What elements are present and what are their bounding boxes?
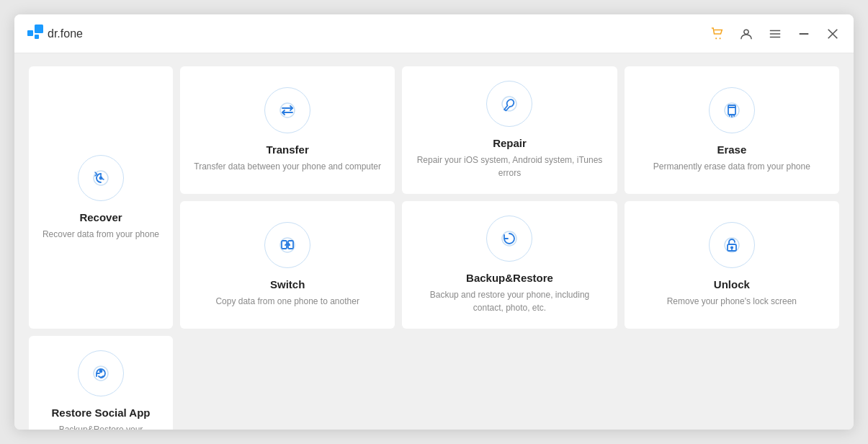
menu-button[interactable] xyxy=(767,26,783,42)
card-restore-social[interactable]: Restore Social App Backup&Restore your W… xyxy=(29,336,173,430)
title-actions xyxy=(710,26,841,42)
erase-icon-circle xyxy=(709,87,755,133)
svg-rect-21 xyxy=(728,105,735,115)
transfer-desc: Transfer data between your phone and com… xyxy=(194,160,381,173)
svg-point-26 xyxy=(280,238,295,252)
card-switch[interactable]: Switch Copy data from one phone to anoth… xyxy=(180,201,395,329)
backup-desc: Backup and restore your phone, including… xyxy=(413,288,605,314)
card-backup[interactable]: Backup&Restore Backup and restore your p… xyxy=(402,201,617,329)
card-erase[interactable]: Erase Permanently erase data from your p… xyxy=(625,66,839,194)
erase-title: Erase xyxy=(717,143,746,156)
logo-area: dr.fone xyxy=(27,25,710,43)
restore-social-icon-circle xyxy=(78,350,124,396)
logo-icon xyxy=(27,25,43,43)
switch-icon-circle xyxy=(264,222,310,268)
svg-point-3 xyxy=(715,37,717,39)
svg-point-16 xyxy=(280,103,295,117)
svg-point-35 xyxy=(100,370,102,373)
svg-point-34 xyxy=(94,366,108,381)
switch-title: Switch xyxy=(270,278,305,290)
recover-title: Recover xyxy=(79,211,122,223)
card-unlock[interactable]: Unlock Remove your phone's lock screen xyxy=(625,201,839,329)
user-button[interactable] xyxy=(738,26,754,42)
title-bar: dr.fone xyxy=(14,14,854,53)
svg-rect-0 xyxy=(27,30,33,36)
backup-icon-circle xyxy=(486,216,532,262)
unlock-icon-circle xyxy=(709,222,755,268)
svg-point-5 xyxy=(744,30,748,34)
unlock-title: Unlock xyxy=(714,278,750,290)
erase-desc: Permanently erase data from your phone xyxy=(653,160,810,173)
close-button[interactable] xyxy=(825,26,841,42)
cards-grid: Recover Recover data from your phone Tra… xyxy=(29,66,839,430)
recover-desc: Recover data from your phone xyxy=(42,228,159,241)
app-window: dr.fone xyxy=(14,14,854,430)
backup-title: Backup&Restore xyxy=(466,272,553,284)
svg-rect-2 xyxy=(35,35,39,39)
switch-desc: Copy data from one phone to another xyxy=(215,295,359,308)
restore-social-title: Restore Social App xyxy=(52,407,151,419)
card-repair[interactable]: Repair Repair your iOS system, Android s… xyxy=(402,66,617,194)
repair-title: Repair xyxy=(493,137,527,149)
card-transfer[interactable]: Transfer Transfer data between your phon… xyxy=(180,66,395,194)
transfer-icon-circle xyxy=(264,87,310,133)
svg-point-4 xyxy=(720,37,721,39)
cart-button[interactable] xyxy=(710,26,725,42)
logo-text: dr.fone xyxy=(48,27,83,40)
restore-social-desc: Backup&Restore your WhatsApp, LINE, Kik,… xyxy=(40,423,161,430)
card-recover[interactable]: Recover Recover data from your phone xyxy=(29,66,173,329)
repair-icon-circle xyxy=(486,81,532,127)
content-area: Recover Recover data from your phone Tra… xyxy=(14,53,854,430)
unlock-desc: Remove your phone's lock screen xyxy=(667,295,797,308)
minimize-button[interactable] xyxy=(796,26,812,42)
transfer-title: Transfer xyxy=(267,143,309,156)
recover-icon-circle xyxy=(78,155,124,201)
svg-rect-1 xyxy=(35,25,43,33)
repair-desc: Repair your iOS system, Android system, … xyxy=(413,154,605,179)
